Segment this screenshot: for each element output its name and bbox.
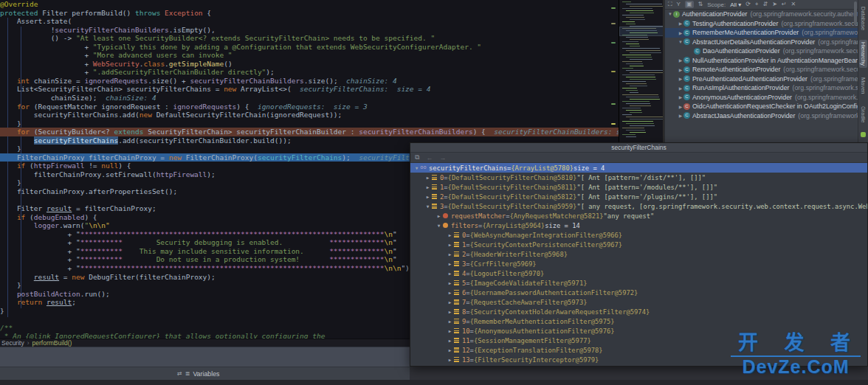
close-icon[interactable]: ✕ [791, 1, 796, 8]
expand-icon[interactable]: ▶ [678, 58, 683, 63]
collapse-icon[interactable]: ▼ [435, 223, 442, 228]
object-reference: {RequestCacheAwareFilter@5973} [470, 299, 588, 306]
expand-icon[interactable]: ▶ [447, 309, 453, 314]
hierarchy-row[interactable]: ▶COidcAuthenticationRequestChecker in OA… [665, 102, 858, 111]
breadcrumb-class[interactable]: Security [1, 339, 24, 347]
variable-row[interactable]: ▼3 = {DefaultSecurityFilterChain@5959} "… [410, 201, 867, 211]
variable-row[interactable]: ▶5 = {ImageCodeValidateFilter@5971} [410, 278, 867, 288]
base-on-this-icon[interactable]: ⌖ [755, 1, 759, 8]
hierarchy-row[interactable]: ▶CAnonymousAuthenticationProvider(org.sp… [665, 93, 858, 103]
variable-row[interactable]: ▶3 = {CsrfFilter@5969} [410, 259, 867, 268]
tool-window-tab-gradle[interactable]: Gradle [859, 104, 867, 125]
expand-icon[interactable]: ▶ [678, 30, 683, 35]
expand-icon[interactable]: ▶ [678, 104, 683, 109]
sort-alphabetically-icon[interactable]: ⇅ [698, 1, 703, 8]
copy-icon[interactable]: ⧉ [415, 153, 419, 162]
hierarchy-row[interactable]: ▼CAbstractUserDetailsAuthenticationProvi… [665, 38, 858, 47]
collapse-icon[interactable]: ▼ [678, 40, 683, 44]
tab-variables[interactable]: ⇄ ≣ Variables [177, 370, 219, 378]
expand-icon[interactable]: ▶ [678, 76, 683, 81]
hierarchy-scrollbar[interactable] [854, 1, 857, 25]
jump-to-source-icon[interactable]: ↵ [782, 1, 787, 8]
breadcrumb-method[interactable]: performBuild() [32, 339, 72, 347]
array-item-icon [453, 270, 460, 277]
expand-icon[interactable]: ▶ [447, 319, 453, 324]
inspect-popup-title[interactable]: securityFilterChains [410, 143, 867, 153]
hierarchy-row[interactable]: ▼IAuthenticationProvider(org.springframe… [665, 10, 858, 19]
package-name: (org.springframework.security.authentica… [781, 20, 858, 27]
hierarchy-row[interactable]: ▶CAbstractJaasAuthenticationProvider(org… [665, 111, 858, 121]
variable-row[interactable]: ▶0 = {DefaultSecurityFilterChain@5810} "… [410, 173, 867, 182]
collapse-icon[interactable]: ▼ [424, 204, 431, 209]
object-reference: {ImageCodeValidateFilter@5971} [470, 280, 588, 287]
expand-icon[interactable]: ▶ [447, 271, 453, 276]
expand-icon[interactable]: ▶ [678, 21, 683, 26]
gradle-icon [861, 132, 866, 137]
expand-icon[interactable]: ▶ [447, 232, 453, 237]
hierarchy-row[interactable]: CDaoAuthenticationProvider(org.springfra… [665, 46, 858, 56]
expand-icon[interactable]: ▶ [678, 94, 683, 100]
array-item-icon [453, 289, 460, 296]
expand-icon[interactable]: ▶ [424, 184, 431, 190]
variable-row[interactable]: ▶9 = {RememberMeAuthenticationFilter@597… [410, 316, 867, 326]
expand-icon[interactable]: ▶ [447, 357, 453, 362]
variable-row[interactable]: ▶2 = {HeaderWriterFilter@5968} [410, 249, 867, 259]
refresh-icon[interactable]: ⟳ [745, 1, 751, 8]
variable-row[interactable]: ▶8 = {SecurityContextHolderAwareRequestF… [410, 307, 867, 316]
object-reference: {AnyRequestMatcher@5821} [509, 212, 603, 220]
package-name: (org.springframework.security.authentica… [795, 94, 858, 101]
tool-window-tab-maven[interactable]: Maven [859, 75, 867, 97]
expand-icon[interactable]: ▶ [678, 67, 683, 72]
variable-row[interactable]: ▼filters = {ArrayList@5964} size = 14 [410, 221, 867, 230]
hierarchy-row[interactable]: ▶CRemoteAuthenticationProvider(org.sprin… [665, 65, 858, 74]
class-hierarchy-icon[interactable]: ⛶ [668, 1, 672, 8]
object-reference: {DefaultSecurityFilterChain@5812} [448, 193, 577, 201]
subtypes-hierarchy-icon[interactable]: ▣ [685, 1, 694, 8]
expand-icon[interactable]: ▶ [447, 242, 453, 247]
code-minimap[interactable] [619, 0, 663, 142]
hierarchy-row[interactable]: ▶CRememberMeAuthenticationProvider(org.s… [665, 28, 858, 38]
variable-row[interactable]: ▼oosecurityFilterChains = {ArrayList@578… [410, 163, 867, 173]
expand-icon[interactable]: ▶ [424, 175, 431, 180]
expand-icon[interactable]: ▶ [447, 261, 453, 266]
export-icon[interactable]: ➤ [772, 1, 777, 8]
expand-icon[interactable]: ▶ [424, 194, 431, 199]
code-line: () -> "At least one SecurityBuilder<? ex… [0, 34, 619, 43]
variable-row[interactable]: ▶4 = {LogoutFilter@5970} [410, 268, 867, 278]
expand-icon[interactable]: ▶ [435, 213, 442, 218]
collapse-icon[interactable]: ▼ [413, 165, 420, 170]
tool-window-tab-database[interactable]: Database [859, 4, 867, 32]
tool-window-tab-hierarchy[interactable]: Hierarchy [859, 40, 867, 68]
variable-row[interactable]: ▶0 = {WebAsyncManagerIntegrationFilter@5… [410, 230, 867, 240]
expand-icon[interactable]: ▶ [447, 290, 453, 295]
variable-row[interactable]: ▶2 = {DefaultSecurityFilterChain@5812} "… [410, 192, 867, 201]
variable-row[interactable]: ▶6 = {UsernamePasswordAuthenticationFilt… [410, 288, 867, 297]
expand-icon[interactable]: ▶ [447, 328, 453, 333]
hierarchy-panel: ⛶ Y ▣ ⇅ Scope: All ▾ ⟳ ⌖ ⇵ ➤ ↵ ✕ ▼IAuthe… [664, 0, 858, 142]
array-item-icon [453, 241, 460, 248]
supertypes-hierarchy-icon[interactable]: Y [677, 1, 681, 8]
variable-row[interactable]: ▶7 = {RequestCacheAwareFilter@5973} [410, 297, 867, 307]
variable-name: 11 [462, 337, 470, 344]
hierarchy-row[interactable]: ▶CRunAsImplAuthenticationProvider(org.sp… [665, 83, 858, 93]
expand-icon[interactable]: ▶ [447, 280, 453, 285]
minimap-viewport[interactable] [619, 27, 663, 36]
variable-row[interactable]: ▶requestMatcher = {AnyRequestMatcher@582… [410, 211, 867, 221]
expand-icon[interactable]: ▶ [678, 113, 683, 118]
hierarchy-row[interactable]: ▶CTestingAuthenticationProvider(org.spri… [665, 19, 858, 29]
scope-dropdown[interactable]: All ▾ [730, 1, 741, 8]
hierarchy-row[interactable]: ▶CPreAuthenticatedAuthenticationProvider… [665, 74, 858, 84]
hierarchy-row[interactable]: ▶CNullAuthenticationProvider in Authenti… [665, 56, 858, 66]
expand-icon[interactable]: ▶ [447, 338, 453, 343]
expand-icon[interactable]: ▶ [447, 252, 453, 257]
expand-icon[interactable]: ▶ [678, 86, 683, 91]
forward-icon[interactable]: → [439, 154, 446, 162]
expand-collapse-icon[interactable]: ⇵ [762, 1, 768, 8]
variable-row[interactable]: ▶1 = {DefaultSecurityFilterChain@5811} "… [410, 182, 867, 192]
collapse-icon[interactable]: ▼ [667, 12, 673, 16]
variable-row[interactable]: ▶1 = {SecurityContextPersistenceFilter@5… [410, 240, 867, 249]
expand-icon[interactable]: ▶ [447, 299, 453, 305]
code-line: for (SecurityBuilder<? extends SecurityF… [0, 128, 619, 136]
expand-icon[interactable]: ▶ [447, 347, 453, 353]
back-icon[interactable]: ← [426, 154, 433, 162]
